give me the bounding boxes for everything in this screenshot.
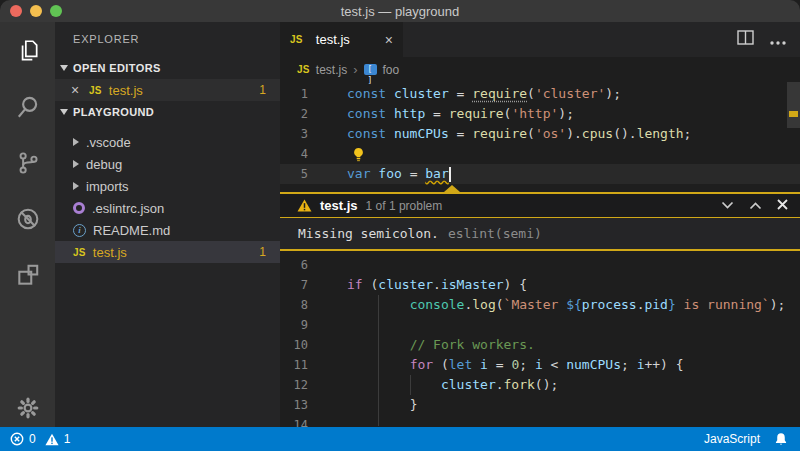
file-name: test.js xyxy=(93,245,127,260)
tab-testjs[interactable]: JS test.js × xyxy=(280,22,403,57)
list-item-readme-md[interactable]: iREADME.md xyxy=(55,219,280,241)
maximize-window-button[interactable] xyxy=(50,5,62,17)
code-line-1[interactable]: 1const cluster = require('cluster'); xyxy=(280,84,800,104)
symbol-variable-icon: [ ] xyxy=(364,64,377,75)
list-item--eslintrc-json[interactable]: .eslintrc.json xyxy=(55,197,280,219)
code-line-6[interactable]: 6 xyxy=(280,255,800,275)
code-line-8[interactable]: 8 console.log(`Master ${process.pid} is … xyxy=(280,295,800,315)
line-number: 2 xyxy=(280,104,308,124)
extensions-icon[interactable] xyxy=(15,262,41,288)
code-lines-bottom: 67if (cluster.isMaster) {8 console.log(`… xyxy=(280,255,800,427)
breadcrumb-separator: › xyxy=(353,62,357,77)
explorer-icon[interactable] xyxy=(15,38,41,64)
code-line-11[interactable]: 11 for (let i = 0; i < numCPUs; i++) { xyxy=(280,355,800,375)
file-name: README.md xyxy=(93,223,170,238)
folder-chevron-icon xyxy=(73,160,79,168)
list-item-test-js[interactable]: JStest.js1 xyxy=(55,241,280,263)
breadcrumb-file[interactable]: test.js xyxy=(316,63,347,77)
line-content xyxy=(347,144,367,164)
search-icon[interactable] xyxy=(15,94,41,120)
problem-count-badge: 1 xyxy=(259,245,266,259)
playground-label: PLAYGROUND xyxy=(73,106,154,118)
line-number: 8 xyxy=(280,295,308,315)
explorer-sidebar: EXPLORER OPEN EDITORS ×JStest.js1 PLAYGR… xyxy=(55,22,280,427)
list-item-test-js[interactable]: ×JStest.js1 xyxy=(55,79,280,101)
file-name: .eslintrc.json xyxy=(92,201,164,216)
info-icon: i xyxy=(73,224,86,237)
code-line-3[interactable]: 3const numCPUs = require('os').cpus().le… xyxy=(280,124,800,144)
peek-arrow xyxy=(444,185,460,192)
notifications-bell-icon[interactable] xyxy=(774,432,788,446)
code-line-5[interactable]: 5var foo = bar xyxy=(280,164,800,184)
code-editor[interactable]: 1const cluster = require('cluster');2con… xyxy=(280,82,800,427)
problem-message: Missing semicolon. xyxy=(298,226,439,241)
line-content: const numCPUs = require('os').cpus().len… xyxy=(347,124,691,144)
error-count[interactable]: 0 xyxy=(29,432,36,446)
text-cursor xyxy=(449,167,451,182)
peek-problem-count: 1 of 1 problem xyxy=(366,199,443,213)
code-line-14[interactable]: 14 xyxy=(280,415,800,427)
warnings-icon[interactable] xyxy=(45,433,59,446)
line-content: const cluster = require('cluster'); xyxy=(347,84,621,104)
line-number: 5 xyxy=(280,164,308,184)
code-line-9[interactable]: 9 xyxy=(280,315,800,335)
split-editor-icon[interactable] xyxy=(737,30,754,49)
folder-chevron-icon xyxy=(73,182,79,190)
lightbulb-icon[interactable] xyxy=(352,147,365,162)
list-item--vscode[interactable]: .vscode xyxy=(55,131,280,153)
code-line-7[interactable]: 7if (cluster.isMaster) { xyxy=(280,275,800,295)
problem-count-badge: 1 xyxy=(259,83,266,97)
errors-icon[interactable] xyxy=(10,432,24,446)
peek-previous-icon[interactable] xyxy=(749,198,762,213)
code-line-13[interactable]: 13 } xyxy=(280,395,800,415)
file-name: debug xyxy=(86,157,122,172)
debug-off-icon[interactable] xyxy=(15,206,41,232)
vscode-window: test.js — playground xyxy=(0,0,800,451)
list-item-imports[interactable]: imports xyxy=(55,175,280,197)
problems-peek-widget: test.js 1 of 1 problem xyxy=(280,192,800,251)
line-content: for (let i = 0; i < numCPUs; i++) { xyxy=(347,355,684,375)
breadcrumb-symbol[interactable]: foo xyxy=(383,63,400,77)
scrollbar-slider[interactable] xyxy=(787,82,800,128)
open-editors-list: ×JStest.js1 xyxy=(55,79,280,101)
close-editor-icon[interactable]: × xyxy=(71,83,89,97)
line-number: 4 xyxy=(280,144,308,164)
tab-close-icon[interactable]: × xyxy=(385,33,393,47)
line-content: if (cluster.isMaster) { xyxy=(347,275,527,295)
more-actions-icon[interactable] xyxy=(770,31,786,49)
line-number: 7 xyxy=(280,275,308,295)
breadcrumb: JS test.js › [ ] foo xyxy=(280,57,800,82)
js-icon: JS xyxy=(73,247,86,258)
peek-close-icon[interactable] xyxy=(777,198,788,213)
peek-message-row[interactable]: Missing semicolon. eslint(semi) xyxy=(280,217,800,249)
settings-gear-icon[interactable] xyxy=(15,395,41,421)
warning-count[interactable]: 1 xyxy=(64,432,71,446)
minimize-window-button[interactable] xyxy=(30,5,42,17)
list-item-debug[interactable]: debug xyxy=(55,153,280,175)
peek-next-icon[interactable] xyxy=(721,198,734,213)
code-line-12[interactable]: 12 cluster.fork(); xyxy=(280,375,800,395)
overview-ruler-warning-mark xyxy=(789,111,798,117)
window-title: test.js — playground xyxy=(341,4,460,19)
file-name: test.js xyxy=(109,83,143,98)
open-editors-header[interactable]: OPEN EDITORS xyxy=(55,57,280,79)
language-mode[interactable]: JavaScript xyxy=(704,432,760,446)
line-number: 12 xyxy=(280,375,308,395)
source-control-icon[interactable] xyxy=(15,150,41,176)
code-line-4[interactable]: 4 xyxy=(280,144,800,164)
line-content: var foo = bar xyxy=(347,164,451,184)
line-number: 14 xyxy=(280,415,308,427)
problem-source: eslint(semi) xyxy=(448,226,542,241)
code-line-2[interactable]: 2const http = require('http'); xyxy=(280,104,800,124)
line-number: 11 xyxy=(280,355,308,375)
line-number: 1 xyxy=(280,84,308,104)
js-icon: JS xyxy=(89,85,102,96)
playground-header[interactable]: PLAYGROUND xyxy=(55,101,280,123)
indent-guide xyxy=(410,375,411,395)
file-name: .vscode xyxy=(86,135,131,150)
close-window-button[interactable] xyxy=(10,5,22,17)
code-line-10[interactable]: 10 // Fork workers. xyxy=(280,335,800,355)
line-number: 13 xyxy=(280,395,308,415)
js-file-icon: JS xyxy=(297,64,310,75)
code-lines-top: 1const cluster = require('cluster');2con… xyxy=(280,82,800,184)
